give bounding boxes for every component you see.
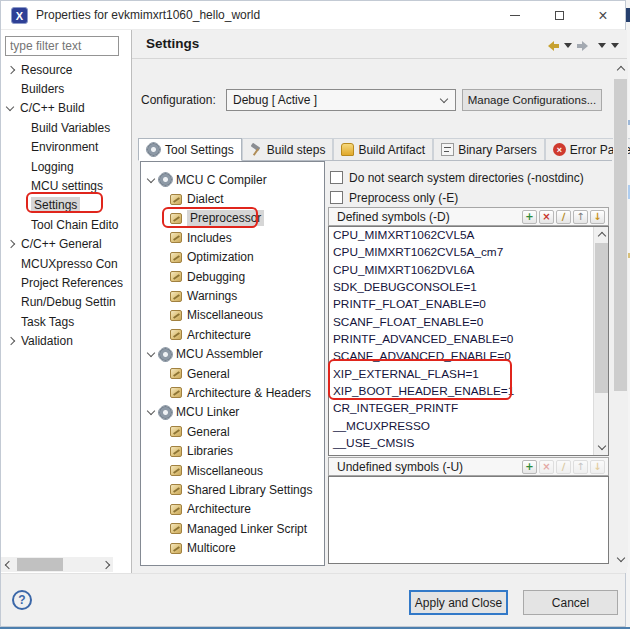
sidebar-item-project-references[interactable]: Project References [1, 273, 131, 292]
tree-item-architecture-headers[interactable]: Architecture & Headers [141, 383, 324, 402]
gear-icon [159, 173, 172, 186]
symbol-item[interactable]: CPU_MIMXRT1062CVL5A_cm7 [329, 244, 608, 261]
back-history-dropdown-icon[interactable] [564, 43, 572, 52]
sidebar-item-mcuxpresso-config[interactable]: MCUXpresso Con [1, 254, 131, 273]
undefined-symbols-list[interactable] [328, 476, 609, 564]
sidebar-item-run-debug-settings[interactable]: Run/Debug Settin [1, 293, 131, 312]
tree-item-debugging[interactable]: Debugging [141, 267, 324, 286]
sidebar-item-tool-chain-editor[interactable]: Tool Chain Edito [1, 215, 131, 234]
settings-content: Configuration: Debug [ Active ] Manage C… [132, 59, 627, 573]
symbol-item[interactable]: XIP_EXTERNAL_FLASH=1 [329, 366, 608, 383]
forward-arrow-icon[interactable] [577, 41, 593, 51]
edit-icon[interactable]: ∕ [556, 210, 571, 224]
symbol-item[interactable]: PRINTF_ADVANCED_ENABLE=0 [329, 331, 608, 348]
sidebar-item-logging[interactable]: Logging [1, 157, 131, 176]
tree-item-preprocessor[interactable]: Preprocessor [141, 209, 324, 228]
tree-item-managed-linker-script[interactable]: Managed Linker Script [141, 519, 324, 538]
back-arrow-icon[interactable] [543, 41, 559, 51]
sidebar-item-settings[interactable]: Settings [1, 196, 131, 215]
symbol-item[interactable]: SCANF_FLOAT_ENABLE=0 [329, 314, 608, 331]
tree-item-optimization[interactable]: Optimization [141, 248, 324, 267]
sidebar-item-builders[interactable]: Builders [1, 79, 131, 98]
tree-item-mcu-linker[interactable]: MCU Linker [141, 403, 324, 422]
tab-binary-parsers[interactable]: Binary Parsers [433, 138, 545, 160]
sidebar-item-build-variables[interactable]: Build Variables [1, 118, 131, 137]
settings-header: Settings [132, 30, 627, 59]
maximize-button[interactable] [537, 1, 581, 30]
scroll-down-arrow-icon[interactable] [594, 440, 609, 455]
symbol-item[interactable]: DEBUG [329, 452, 608, 456]
nostdinc-checkbox[interactable] [330, 171, 343, 184]
configuration-select[interactable]: Debug [ Active ] [226, 89, 456, 111]
nostdinc-label: Do not search system directories (-nostd… [349, 171, 584, 185]
symbol-item[interactable]: SDK_DEBUGCONSOLE=1 [329, 279, 608, 296]
symbol-item[interactable]: CR_INTEGER_PRINTF [329, 400, 608, 417]
close-button[interactable]: × [581, 1, 625, 30]
delete-icon[interactable]: × [539, 210, 554, 224]
scroll-left-arrow-icon[interactable] [1, 557, 16, 572]
edit-icon[interactable]: ∕ [556, 460, 571, 474]
scrollbar-thumb[interactable] [17, 558, 63, 571]
scroll-down-arrow-icon[interactable] [613, 552, 628, 567]
scroll-right-arrow-icon[interactable] [98, 557, 113, 572]
scroll-up-arrow-icon[interactable] [613, 61, 628, 76]
tree-item-multicore[interactable]: Multicore [141, 538, 324, 557]
add-icon[interactable]: + [522, 210, 537, 224]
scrollbar-thumb[interactable] [614, 79, 627, 391]
symbol-item[interactable]: CPU_MIMXRT1062CVL5A [329, 227, 608, 244]
tree-item-warnings[interactable]: Warnings [141, 286, 324, 305]
sidebar-item-validation[interactable]: Validation [1, 331, 131, 350]
tab-build-steps[interactable]: Build steps [242, 138, 334, 160]
symbol-item[interactable]: PRINTF_FLOAT_ENABLE=0 [329, 296, 608, 313]
panel-vertical-scrollbar[interactable] [613, 61, 628, 567]
symbol-item[interactable]: __USE_CMSIS [329, 435, 608, 452]
tab-build-artifact[interactable]: Build Artifact [333, 138, 433, 160]
delete-icon[interactable]: × [539, 460, 554, 474]
help-icon[interactable]: ? [12, 590, 32, 610]
move-up-icon[interactable]: ↑ [573, 460, 588, 474]
filter-input[interactable] [5, 36, 119, 56]
scrollbar-thumb[interactable] [595, 243, 608, 393]
tree-item-shared-library-settings[interactable]: Shared Library Settings [141, 480, 324, 499]
tree-item-mcu-c-compiler[interactable]: MCU C Compiler [141, 170, 324, 189]
symbol-item[interactable]: SCANF_ADVANCED_ENABLE=0 [329, 348, 608, 365]
tool-settings-tree: MCU C Compiler Dialect Preprocessor Incl… [140, 161, 325, 566]
defined-symbols-list[interactable]: CPU_MIMXRT1062CVL5A CPU_MIMXRT1062CVL5A_… [328, 226, 609, 456]
symbol-item[interactable]: CPU_MIMXRT1062DVL6A [329, 262, 608, 279]
tree-item-mcu-assembler[interactable]: MCU Assembler [141, 345, 324, 364]
scroll-up-arrow-icon[interactable] [594, 227, 609, 242]
sidebar-item-resource[interactable]: Resource [1, 60, 131, 79]
tree-item-libraries[interactable]: Libraries [141, 441, 324, 460]
wrench-icon [170, 504, 182, 515]
view-menu-icon[interactable] [611, 43, 619, 52]
symbol-item[interactable]: __MCUXPRESSO [329, 418, 608, 435]
minimize-button[interactable] [493, 1, 537, 30]
move-up-icon[interactable]: ↑ [573, 210, 588, 224]
add-icon[interactable]: + [522, 460, 537, 474]
preprocess-only-checkbox[interactable] [330, 191, 343, 204]
tree-item-linker-general[interactable]: General [141, 422, 324, 441]
sidebar-item-cpp-build[interactable]: C/C++ Build [1, 99, 131, 118]
tab-tool-settings[interactable]: Tool Settings [138, 138, 242, 161]
sidebar-horizontal-scrollbar[interactable] [1, 557, 113, 572]
forward-history-dropdown-icon[interactable] [598, 43, 606, 52]
tree-item-linker-architecture[interactable]: Architecture [141, 500, 324, 519]
tree-item-includes[interactable]: Includes [141, 228, 324, 247]
sidebar-item-mcu-settings[interactable]: MCU settings [1, 176, 131, 195]
move-down-icon[interactable]: ↓ [590, 210, 605, 224]
tree-item-linker-miscellaneous[interactable]: Miscellaneous [141, 461, 324, 480]
preprocess-only-label: Preprocess only (-E) [349, 191, 458, 205]
sidebar-item-task-tags[interactable]: Task Tags [1, 312, 131, 331]
symbol-item[interactable]: XIP_BOOT_HEADER_ENABLE=1 [329, 383, 608, 400]
defined-symbols-scrollbar[interactable] [593, 227, 608, 455]
sidebar-item-environment[interactable]: Environment [1, 138, 131, 157]
apply-and-close-button[interactable]: Apply and Close [409, 590, 508, 615]
cancel-button[interactable]: Cancel [523, 590, 618, 615]
tree-item-asm-general[interactable]: General [141, 364, 324, 383]
tree-item-dialect[interactable]: Dialect [141, 189, 324, 208]
sidebar-item-cpp-general[interactable]: C/C++ General [1, 235, 131, 254]
move-down-icon[interactable]: ↓ [590, 460, 605, 474]
tree-item-miscellaneous[interactable]: Miscellaneous [141, 306, 324, 325]
tree-item-architecture[interactable]: Architecture [141, 325, 324, 344]
manage-configurations-button[interactable]: Manage Configurations... [462, 89, 602, 111]
